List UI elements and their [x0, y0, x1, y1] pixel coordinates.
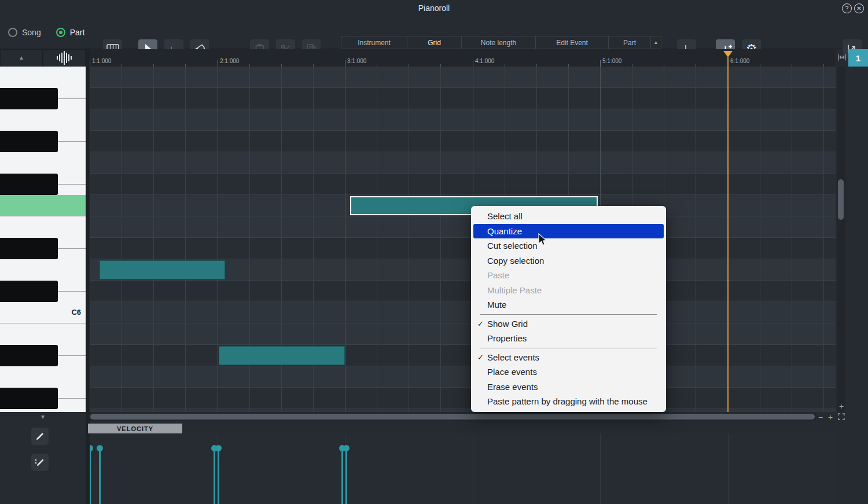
velocity-grid-line — [600, 433, 601, 504]
key-Ds6[interactable] — [0, 238, 86, 259]
draw-velocity-button[interactable] — [31, 428, 49, 445]
menu-item-mute[interactable]: Mute — [473, 297, 664, 312]
key-Fs6[interactable] — [0, 174, 86, 195]
song-radio[interactable]: Song — [8, 28, 41, 37]
edit-event-header: Edit Event — [536, 36, 609, 49]
menu-item-label: Select all — [487, 211, 523, 221]
key-divider — [58, 248, 86, 249]
menu-item-label: Paste — [487, 270, 509, 280]
zoom-out-button[interactable]: − — [818, 413, 823, 421]
menu-item-erase-events[interactable]: Erase events — [473, 380, 664, 395]
grid-row-C6 — [90, 302, 836, 323]
waveform-button[interactable] — [43, 49, 86, 67]
menu-item-copy-selection[interactable]: Copy selection — [473, 253, 664, 268]
black-key — [0, 388, 58, 409]
menu-item-cut-selection[interactable]: Cut selection — [473, 238, 664, 253]
grid-row-E6 — [90, 216, 836, 238]
key-C6[interactable] — [0, 302, 86, 323]
fit-width-button[interactable] — [837, 53, 847, 62]
instrument-header: Instrument — [341, 36, 407, 49]
grid-line — [185, 67, 186, 412]
ruler-tick — [600, 60, 601, 67]
playhead-line — [727, 57, 729, 412]
key-B5[interactable] — [0, 323, 86, 345]
scroll-down-button[interactable]: ▼ — [0, 412, 86, 422]
part-header: Part — [609, 36, 651, 49]
vertical-scroll-thumb[interactable] — [838, 179, 844, 220]
grid-row-As6 — [90, 88, 836, 109]
grid-row-Gs5 — [90, 388, 836, 409]
grid-header: Grid — [407, 36, 462, 49]
key-divider — [58, 141, 86, 142]
key-E6[interactable] — [0, 216, 86, 238]
fullscreen-button[interactable] — [838, 413, 845, 421]
midi-note-D6[interactable] — [100, 260, 225, 279]
scroll-up-button[interactable]: ▲ — [0, 49, 43, 67]
black-key — [0, 238, 58, 259]
velocity-stem[interactable] — [343, 433, 350, 504]
zoom-in-button[interactable]: + — [828, 413, 833, 421]
ruler-label: 1:1:000 — [92, 58, 111, 64]
menu-item-quantize[interactable]: Quantize — [473, 224, 664, 239]
key-A6[interactable] — [0, 109, 86, 131]
key-Gs5[interactable] — [0, 388, 86, 409]
help-button[interactable]: ? — [842, 3, 852, 13]
horizontal-scroll-thumb[interactable] — [90, 414, 815, 420]
part-radio[interactable]: Part — [56, 28, 85, 37]
menu-item-properties[interactable]: Properties — [473, 331, 664, 346]
midi-note-As5[interactable] — [219, 346, 345, 365]
menu-item-place-events[interactable]: Place events — [473, 365, 664, 380]
context-menu: Select allQuantizeCut selectionCopy sele… — [471, 206, 666, 412]
velocity-grid-line — [728, 433, 729, 504]
velocity-stem-line — [218, 448, 219, 504]
up-arrow-icon: ▲ — [19, 55, 24, 61]
menu-divider — [480, 348, 657, 348]
velocity-area[interactable] — [90, 433, 836, 504]
key-As5[interactable] — [0, 345, 86, 366]
velocity-stem[interactable] — [97, 433, 103, 504]
menu-item-select-events[interactable]: ✓Select events — [473, 350, 664, 365]
grid-row-A5 — [90, 366, 836, 388]
part-number-badge[interactable]: 1 — [848, 49, 868, 67]
grid-line — [440, 67, 441, 412]
key-D6[interactable] — [0, 259, 86, 281]
close-button[interactable]: ✕ — [854, 3, 864, 13]
grid-row-Gs6 — [90, 131, 836, 152]
fit-width-icon — [837, 53, 847, 61]
velocity-stem-line — [90, 448, 91, 504]
vertical-scrollbar[interactable] — [837, 67, 845, 412]
black-key — [0, 131, 58, 152]
playhead-marker[interactable] — [723, 51, 733, 57]
menu-item-select-all[interactable]: Select all — [473, 209, 664, 224]
grid-row-G6 — [90, 152, 836, 174]
key-Gs6[interactable] — [0, 131, 86, 152]
ruler-label: 6:1:000 — [730, 58, 749, 64]
horizontal-scrollbar[interactable] — [88, 413, 817, 421]
key-G6[interactable] — [0, 152, 86, 174]
pattern-velocity-button[interactable] — [31, 454, 49, 471]
note-grid[interactable] — [90, 67, 836, 412]
key-A5[interactable] — [0, 366, 86, 388]
key-F6[interactable] — [0, 195, 86, 216]
menu-item-paste-pattern-by-dragging-with-the-mouse[interactable]: Paste pattern by dragging with the mouse — [473, 394, 664, 409]
toolbar: Song Part ♩ — [0, 16, 868, 49]
key-divider — [58, 98, 86, 99]
key-As6[interactable] — [0, 88, 86, 109]
grid-row-As5 — [90, 345, 836, 366]
grid-row-Ds6 — [90, 238, 836, 259]
part-up-button[interactable]: ▲ — [651, 36, 661, 49]
velocity-stem[interactable] — [215, 433, 222, 504]
key-Cs6[interactable] — [0, 281, 86, 302]
zoom-in-vertical-button[interactable]: + — [839, 402, 844, 410]
grid-line — [218, 67, 218, 412]
velocity-stem[interactable] — [90, 433, 93, 504]
key-B6[interactable] — [0, 67, 86, 88]
help-icon: ? — [845, 5, 849, 12]
velocity-grid-line — [473, 433, 473, 504]
ruler-label: 2:1:000 — [220, 58, 239, 64]
black-key — [0, 345, 58, 366]
menu-item-show-grid[interactable]: ✓Show Grid — [473, 317, 664, 332]
velocity-tab[interactable]: VELOCITY — [88, 424, 182, 433]
velocity-stem-line — [99, 448, 101, 504]
check-icon: ✓ — [477, 319, 487, 328]
